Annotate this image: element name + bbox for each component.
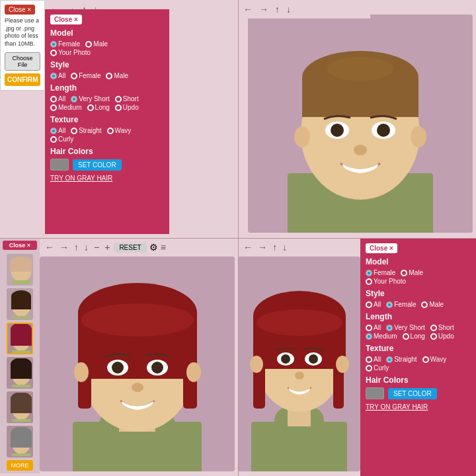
thumb-item-5[interactable] xyxy=(7,391,33,423)
gear-button-bl[interactable]: ⚙ xyxy=(149,242,158,253)
texture-straight-br[interactable]: Straight xyxy=(386,356,416,363)
model-male-br[interactable]: Male xyxy=(401,269,423,276)
style-title-br: Style xyxy=(366,289,471,298)
thumb-item-3[interactable] xyxy=(7,323,33,354)
length-long-br[interactable]: Long xyxy=(403,333,425,340)
set-color-btn-tl[interactable]: SET COLOR xyxy=(73,159,122,171)
thumb-item-6[interactable] xyxy=(7,426,33,457)
texture-wavy-br[interactable]: Wavy xyxy=(422,356,447,363)
texture-wavy-tl[interactable]: Wavy xyxy=(107,127,132,134)
nav-right-br[interactable]: → xyxy=(257,241,268,254)
texture-straight-tl[interactable]: Straight xyxy=(71,127,101,134)
texture-title-tl: Texture xyxy=(50,115,164,124)
texture-curly-br[interactable]: Curly xyxy=(366,364,389,372)
model-female-tl[interactable]: Female xyxy=(50,40,80,48)
radio-length-long-tl xyxy=(87,104,94,111)
radio-length-all-tl xyxy=(50,96,57,102)
texture-row1-tl: All Straight Wavy xyxy=(50,127,164,134)
svg-point-69 xyxy=(186,362,201,382)
texture-all-tl[interactable]: All xyxy=(50,127,65,134)
thumb-close-button[interactable]: Close × xyxy=(3,241,37,250)
model-male-tl[interactable]: Male xyxy=(85,40,108,48)
photo-br xyxy=(238,257,360,471)
length-veryshort-br[interactable]: Very Short xyxy=(386,324,425,331)
thumb-item-2[interactable] xyxy=(7,288,33,320)
radio-texture-all-br xyxy=(366,356,372,363)
texture-all-br[interactable]: All xyxy=(366,356,381,363)
nav-down-bl[interactable]: ↓ xyxy=(83,241,90,254)
upload-panel: Close × Please use a .jpg or .png photo … xyxy=(0,0,45,91)
model-female-br[interactable]: Female xyxy=(366,269,395,276)
style-male-tl[interactable]: Male xyxy=(106,72,128,79)
model-section-tl: Model Female Male Your Photo xyxy=(50,28,164,56)
panel-close-button-br[interactable]: Close × xyxy=(366,243,397,253)
choose-file-button[interactable]: Choose File xyxy=(5,52,40,71)
haircolors-title-br: Hair Colors xyxy=(366,376,471,385)
style-male-br[interactable]: Male xyxy=(421,301,444,308)
nav-minus-bl[interactable]: − xyxy=(93,241,100,254)
nav-bar-bl: ← → ↑ ↓ − + RESET ⚙ ≡ xyxy=(40,238,238,257)
upload-close-button[interactable]: Close × xyxy=(5,5,35,15)
texture-title-br: Texture xyxy=(366,344,471,353)
length-all-br[interactable]: All xyxy=(366,324,381,331)
nav-up-tr[interactable]: ↑ xyxy=(274,3,281,16)
nav-left-br[interactable]: ← xyxy=(242,241,254,254)
reset-button-bl[interactable]: RESET xyxy=(114,243,146,253)
style-female-br[interactable]: Female xyxy=(386,301,416,308)
style-female-tl[interactable]: Female xyxy=(71,72,100,79)
thumb-strip: Close × xyxy=(0,238,40,473)
nav-left-tr[interactable]: ← xyxy=(242,3,254,16)
try-gray-btn-tl[interactable]: TRY ON GRAY HAIR xyxy=(50,175,112,182)
panel-close-button-tl[interactable]: Close × xyxy=(50,15,82,24)
more-button[interactable]: MORE xyxy=(7,460,33,471)
style-section-tl: Style All Female Male xyxy=(50,60,164,79)
length-updo-br[interactable]: Updo xyxy=(430,333,454,340)
haircolors-section-tl: Hair Colors SET COLOR TRY ON GRAY HAIR xyxy=(50,147,164,182)
radio-male-br xyxy=(401,270,407,276)
thumb-item-4[interactable] xyxy=(7,357,33,389)
radio-yourphoto-tl xyxy=(50,50,57,56)
texture-curly-tl[interactable]: Curly xyxy=(50,136,73,143)
length-short-br[interactable]: Short xyxy=(430,324,454,331)
try-gray-btn-br[interactable]: TRY ON GRAY HAIR xyxy=(366,403,428,411)
length-row2-br: Medium Long Updo xyxy=(366,333,471,340)
model-title-tl: Model xyxy=(50,28,164,38)
length-long-tl[interactable]: Long xyxy=(87,104,110,111)
set-color-btn-br[interactable]: SET COLOR xyxy=(388,388,437,399)
length-veryshort-tl[interactable]: Very Short xyxy=(71,95,110,102)
length-updo-tl[interactable]: Updo xyxy=(115,104,139,111)
color-swatch-br[interactable] xyxy=(366,387,384,399)
nav-up-bl[interactable]: ↑ xyxy=(73,241,80,254)
style-all-tl[interactable]: All xyxy=(50,72,65,79)
radio-style-male-br xyxy=(421,301,428,308)
quadrant-bottom-right: ← → ↑ ↓ xyxy=(238,238,476,476)
thumb-item-1[interactable] xyxy=(7,254,33,286)
length-all-tl[interactable]: All xyxy=(50,95,65,102)
model-yourphoto-br[interactable]: Your Photo xyxy=(366,278,406,285)
menu-icon-bl: ≡ xyxy=(161,242,166,253)
nav-down-br[interactable]: ↓ xyxy=(281,241,288,254)
radio-yourphoto-br xyxy=(366,278,372,285)
color-swatch-tl[interactable] xyxy=(50,159,69,171)
length-medium-tl[interactable]: Medium xyxy=(50,104,82,111)
length-short-tl[interactable]: Short xyxy=(115,95,139,102)
svg-point-20 xyxy=(327,57,393,81)
nav-down-tr[interactable]: ↓ xyxy=(285,3,292,16)
nav-plus-bl[interactable]: + xyxy=(103,241,111,254)
confirm-button[interactable]: CONFIRM xyxy=(5,73,40,86)
length-medium-br[interactable]: Medium xyxy=(366,333,397,340)
model-yourphoto-tl[interactable]: Your Photo xyxy=(50,49,91,56)
style-all-br[interactable]: All xyxy=(366,301,381,308)
radio-length-updo-tl xyxy=(115,104,122,111)
nav-right-bl[interactable]: → xyxy=(58,241,70,254)
radio-texture-wavy-br xyxy=(422,356,429,363)
face-svg-tr xyxy=(248,15,473,233)
texture-row1-br: All Straight Wavy xyxy=(366,356,471,363)
nav-up-br[interactable]: ↑ xyxy=(271,241,278,254)
nav-right-tr[interactable]: → xyxy=(258,3,270,16)
svg-point-21 xyxy=(294,126,310,147)
radio-style-all-tl xyxy=(50,73,57,79)
nav-left-bl[interactable]: ← xyxy=(44,241,56,254)
radio-texture-straight-tl xyxy=(71,128,77,134)
svg-point-91 xyxy=(295,372,304,379)
